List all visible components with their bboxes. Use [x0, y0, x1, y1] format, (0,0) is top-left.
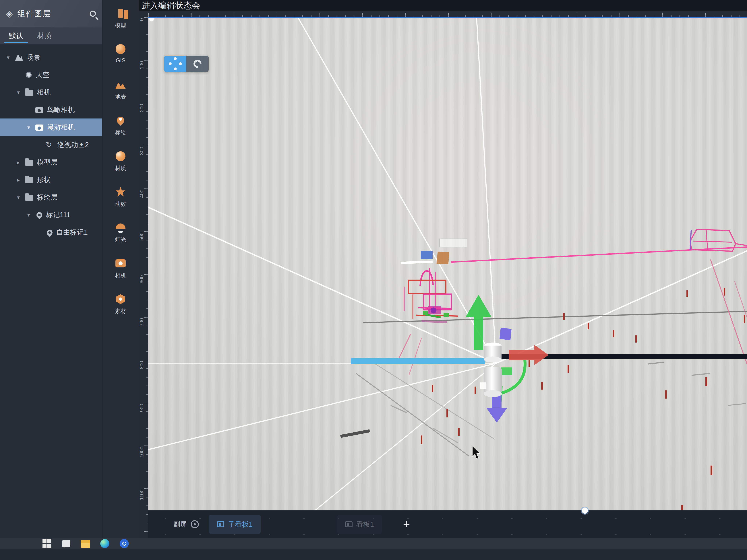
tree-caret-icon[interactable]: ▾: [15, 194, 22, 201]
tool-label: 模型: [115, 22, 126, 29]
gizmo-y-up-arrowhead[interactable]: [466, 295, 491, 317]
gizmo-x-arrowhead[interactable]: [534, 345, 548, 365]
tool-label: 动效: [115, 200, 126, 208]
tree-caret-icon[interactable]: ▾: [5, 54, 11, 60]
screen-label: 副屏: [174, 520, 187, 529]
ruler-cell: 400: [138, 188, 148, 231]
camera-cylinder-body[interactable]: [484, 367, 502, 394]
tool-light[interactable]: 灯光: [103, 219, 138, 255]
board-icon: [345, 521, 353, 527]
tree-item[interactable]: 巡视动画2: [0, 136, 102, 154]
tool-model[interactable]: 模型: [103, 5, 138, 41]
tool-label: 地表: [115, 93, 126, 101]
tree-item-icon: [35, 125, 44, 131]
main-area: 进入编辑状态会 0 100 200 300 400 500: [138, 0, 747, 538]
transform-gizmo: [351, 295, 747, 423]
model-wireframe[interactable]: [396, 239, 467, 375]
ruler-label: 900: [139, 404, 145, 412]
tool-icon: [115, 187, 126, 197]
c-app-icon[interactable]: [119, 539, 129, 549]
gizmo-x-left-handle[interactable]: [351, 358, 485, 365]
ruler-cell: 1000: [138, 446, 148, 488]
search-icon[interactable]: [90, 10, 96, 17]
tool-terrain[interactable]: 地表: [103, 76, 138, 112]
board-tab[interactable]: 看板1: [337, 515, 382, 534]
tool-icon: [115, 222, 126, 233]
tree-item-label: 漫游相机: [47, 123, 75, 132]
viewport-3d[interactable]: 副屏 子看板1 看板1 +: [148, 17, 747, 538]
tool-plot[interactable]: 标绘: [103, 112, 138, 148]
red-post-markers: [421, 288, 745, 515]
tree-caret-icon[interactable]: ▾: [26, 124, 32, 131]
edge-browser-icon[interactable]: [100, 539, 110, 549]
layers-icon: ◈: [6, 9, 12, 19]
tree-item[interactable]: ▾ 漫游相机: [0, 118, 102, 136]
panel-tab-label: 默认: [9, 31, 23, 41]
tree-item-label: 标绘层: [37, 193, 58, 202]
ruler-cell: 100: [138, 60, 148, 103]
tool-palette: 模型 GIS 地表 标绘 材质 动效 灯光 相机: [102, 0, 138, 538]
panel-tab-label: 材质: [37, 31, 52, 41]
tree-item[interactable]: 鸟瞰相机: [0, 101, 102, 118]
tool-label: GIS: [115, 57, 125, 64]
ruler-label: 300: [139, 147, 145, 155]
ruler-label: 600: [139, 275, 145, 284]
tool-label: 素材: [115, 308, 126, 315]
tool-icon: [115, 44, 126, 54]
tree-caret-icon[interactable]: ▾: [26, 212, 32, 218]
chat-icon[interactable]: [61, 539, 71, 549]
tree-caret-icon[interactable]: ▸: [15, 177, 22, 183]
tool-fx[interactable]: 动效: [103, 183, 138, 219]
tree-item-label: 天空: [36, 70, 50, 79]
ruler-cell: 600: [138, 274, 148, 317]
visibility-eye-icon[interactable]: [191, 520, 199, 528]
camera-frustum-lines: [148, 18, 747, 538]
tree-item[interactable]: ▸ 模型层: [0, 154, 102, 171]
gizmo-x-right-handle[interactable]: [509, 350, 534, 360]
tree-caret-icon[interactable]: ▾: [15, 89, 22, 96]
gizmo-green-plane-handle[interactable]: [501, 367, 512, 375]
gizmo-plane-handle[interactable]: [499, 328, 512, 340]
file-explorer-icon[interactable]: [81, 539, 91, 549]
tree-item[interactable]: ▾ 相机: [0, 83, 102, 101]
tool-label: 材质: [115, 164, 126, 172]
panel-tabs: 默认 材质: [0, 27, 102, 44]
tree-item-icon: [25, 195, 33, 201]
tree-item[interactable]: ▾ 场景: [0, 49, 102, 66]
tree-item[interactable]: ▾ 标记111: [0, 206, 102, 223]
panel-resize-handle[interactable]: [582, 507, 588, 514]
tree-item-label: 鸟瞰相机: [47, 105, 75, 114]
board-tab[interactable]: 子看板1: [209, 515, 261, 534]
ruler-label: 0: [139, 18, 145, 21]
vertical-ruler: 0 100 200 300 400 500 600 700: [138, 17, 148, 538]
panel-tab[interactable]: 默认: [2, 27, 30, 44]
board-tab-bar: 副屏 子看板1 看板1 +: [148, 510, 747, 538]
tool-asset[interactable]: 素材: [103, 291, 138, 326]
panel-tab[interactable]: 材质: [30, 27, 59, 44]
tree-item-label: 场景: [27, 53, 41, 62]
tree-item[interactable]: ▾ 标绘层: [0, 188, 102, 206]
tool-gis[interactable]: GIS: [103, 41, 138, 76]
tool-icon: [115, 79, 126, 90]
add-board-button[interactable]: +: [403, 517, 410, 531]
tree-item-label: 自由标记1: [56, 228, 88, 237]
gizmo-y-up-shaft[interactable]: [474, 317, 483, 350]
editor-hint-bar: 进入编辑状态会: [138, 0, 747, 11]
tree-item[interactable]: 天空: [0, 66, 102, 83]
gizmo-y-down-arrowhead[interactable]: [486, 408, 507, 423]
tree-item-icon: [35, 107, 44, 113]
model-blue-box: [421, 251, 433, 259]
mouse-cursor: [472, 446, 480, 459]
ruler-label: 1100: [139, 489, 145, 500]
screen-section: 副屏: [174, 520, 199, 529]
tool-camera[interactable]: 相机: [103, 255, 138, 291]
tree-item-icon: [25, 71, 32, 78]
tool-icon: [115, 8, 126, 19]
tool-material[interactable]: 材质: [103, 148, 138, 183]
windows-start-icon[interactable]: [42, 539, 52, 549]
ruler-cell: 500: [138, 231, 148, 274]
tree-caret-icon[interactable]: ▸: [15, 159, 22, 165]
tree-item[interactable]: 自由标记1: [0, 223, 102, 241]
tree-item[interactable]: ▸ 形状: [0, 171, 102, 188]
tree-item-icon: [25, 177, 33, 183]
